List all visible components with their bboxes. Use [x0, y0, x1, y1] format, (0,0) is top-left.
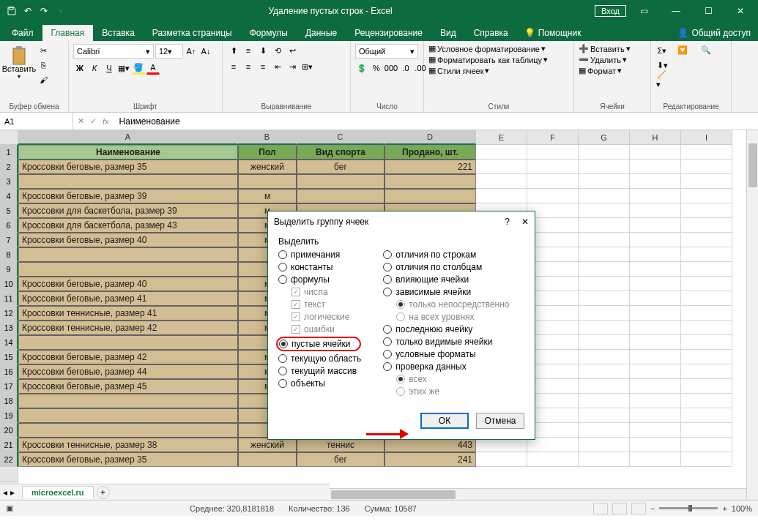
cell[interactable]: Кроссовки теннисные, размер 41 [18, 306, 238, 321]
align-center-icon[interactable]: ≡ [242, 60, 255, 73]
cell[interactable] [681, 423, 732, 438]
cell[interactable]: 221 [384, 160, 476, 174]
cell[interactable] [579, 335, 630, 350]
tab-data[interactable]: Данные [297, 25, 346, 41]
login-button[interactable]: Вход [595, 5, 626, 17]
cell[interactable]: женский [238, 438, 297, 452]
align-top-icon[interactable]: ⬆ [227, 44, 240, 57]
cell[interactable] [681, 335, 732, 350]
cell[interactable] [681, 160, 732, 174]
conditional-formatting-button[interactable]: ▦Условное форматирование▾ [428, 44, 546, 53]
cell[interactable] [527, 145, 579, 160]
row-header[interactable]: 14 [0, 335, 18, 350]
cell[interactable] [527, 452, 579, 467]
radio-dependents[interactable]: зависимые ячейки [383, 287, 509, 297]
cell[interactable] [579, 277, 630, 291]
copy-icon[interactable]: ⎘ [37, 59, 50, 72]
undo-icon[interactable]: ↶ [22, 5, 34, 17]
col-header-H[interactable]: H [630, 130, 681, 145]
tab-home[interactable]: Главная [42, 25, 94, 41]
cell[interactable] [476, 145, 527, 160]
cell[interactable] [681, 247, 732, 262]
cell[interactable]: бег [297, 452, 384, 467]
tab-formulas[interactable]: Формулы [241, 25, 297, 41]
row-header[interactable]: 11 [0, 291, 18, 306]
cell[interactable] [579, 379, 630, 394]
wrap-text-icon[interactable]: ↩ [286, 44, 299, 57]
cell[interactable] [18, 394, 238, 408]
cell[interactable] [476, 189, 527, 203]
row-header[interactable]: 9 [0, 262, 18, 277]
zoom-out-icon[interactable]: − [650, 504, 655, 513]
cell[interactable] [681, 189, 732, 203]
formula-input[interactable]: Наименование [114, 116, 758, 127]
radio-precedents[interactable]: влияющие ячейки [383, 274, 509, 285]
row-header[interactable]: 7 [0, 233, 18, 247]
tab-help[interactable]: Справка [465, 25, 517, 41]
font-name-combo[interactable]: Calibri▾ [73, 44, 154, 59]
zoom-slider[interactable] [659, 507, 718, 509]
sheet-next-icon[interactable]: ▸ [10, 487, 15, 498]
cell[interactable] [630, 247, 681, 262]
cell[interactable] [18, 262, 238, 277]
radio-visible-cells[interactable]: только видимые ячейки [383, 337, 509, 347]
col-header-A[interactable]: A [18, 130, 238, 145]
cell[interactable]: Кроссовки для баскетбола, размер 43 [18, 218, 238, 233]
font-color-icon[interactable]: A [146, 61, 160, 75]
cell[interactable] [681, 379, 732, 394]
maximize-icon[interactable]: ☐ [694, 0, 723, 22]
cell[interactable] [630, 408, 681, 423]
cut-icon[interactable]: ✂ [37, 44, 50, 57]
paste-button[interactable]: Вставить▾ [4, 44, 34, 81]
cell-styles-button[interactable]: ▦Стили ячеек▾ [428, 66, 489, 75]
radio-row-diff[interactable]: отличия по строкам [383, 250, 509, 260]
cell[interactable] [681, 277, 732, 291]
cell[interactable]: Кроссовки беговые, размер 42 [18, 350, 238, 364]
tab-view[interactable]: Вид [431, 25, 465, 41]
row-header[interactable]: 8 [0, 247, 18, 262]
cell[interactable] [527, 174, 579, 189]
format-cells-button[interactable]: ▦Формат▾ [579, 66, 622, 75]
cell[interactable] [681, 452, 732, 467]
cell[interactable] [579, 233, 630, 247]
col-header-E[interactable]: E [476, 130, 527, 145]
col-header-G[interactable]: G [579, 130, 630, 145]
bold-button[interactable]: Ж [73, 61, 86, 75]
cell[interactable]: Продано, шт. [384, 145, 476, 160]
cell[interactable]: Кроссовки для баскетбола, размер 39 [18, 203, 238, 218]
cell[interactable]: Кроссовки теннисные, размер 42 [18, 321, 238, 335]
cell[interactable] [579, 394, 630, 408]
dialog-help-icon[interactable]: ? [505, 217, 510, 227]
cell[interactable] [630, 218, 681, 233]
cell[interactable] [579, 145, 630, 160]
format-as-table-button[interactable]: ▦Форматировать как таблицу▾ [428, 55, 548, 64]
row-header[interactable]: 5 [0, 203, 18, 218]
align-bottom-icon[interactable]: ⬇ [256, 44, 270, 57]
enter-formula-icon[interactable]: ✓ [90, 116, 97, 126]
cell[interactable] [630, 306, 681, 321]
cell[interactable]: Кроссовки беговые, размер 39 [18, 189, 238, 203]
cell[interactable]: Кроссовки беговые, размер 41 [18, 291, 238, 306]
cell[interactable] [681, 218, 732, 233]
cell[interactable] [527, 438, 579, 452]
cell[interactable] [384, 174, 476, 189]
cell[interactable] [681, 291, 732, 306]
share-button[interactable]: 👤Общий доступ [670, 25, 758, 41]
cell[interactable]: Кроссовки беговые, размер 40 [18, 277, 238, 291]
cell[interactable] [630, 350, 681, 364]
autosum-icon[interactable]: Σ▾ [655, 44, 669, 57]
sort-filter-button[interactable]: 🔽 [673, 44, 692, 56]
tell-me[interactable]: 💡Помощник [517, 25, 589, 41]
cell[interactable] [18, 408, 238, 423]
col-header-I[interactable]: I [681, 130, 732, 145]
tab-review[interactable]: Рецензирование [346, 25, 431, 41]
col-header-B[interactable]: B [238, 130, 297, 145]
cell[interactable] [579, 262, 630, 277]
decrease-font-icon[interactable]: A↓ [199, 45, 212, 58]
sheet-prev-icon[interactable]: ◂ [3, 487, 7, 498]
row-header[interactable]: 19 [0, 408, 18, 423]
cell[interactable] [476, 174, 527, 189]
cell[interactable]: Наименование [18, 145, 238, 160]
cell[interactable] [579, 452, 630, 467]
cell[interactable] [630, 189, 681, 203]
